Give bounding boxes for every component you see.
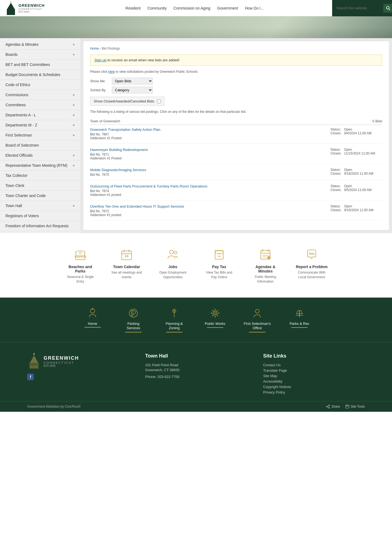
- sidebar-item-foia[interactable]: Freedom of Information Act Requests: [0, 221, 80, 231]
- bid-right: Status: Closes: Open 9/5/2024 11:00 AM: [330, 184, 382, 197]
- svg-rect-18: [215, 250, 223, 259]
- nav-government[interactable]: Government: [217, 6, 238, 10]
- bid-entry: Overflow Tier-One and Extended Hours IT …: [90, 204, 382, 220]
- bid-title-link[interactable]: Havemeyer Building Redevelopment: [90, 148, 330, 152]
- sidebar-item-first-selectman[interactable]: First Selectman +: [0, 130, 80, 140]
- bid-count: 5 Bids: [372, 119, 382, 123]
- signup-link[interactable]: Sign up: [94, 58, 106, 62]
- show-me-select[interactable]: Open Bids: [112, 78, 153, 84]
- site-tools-button[interactable]: Site Tools: [345, 405, 365, 408]
- footer-site-links-title: Site Links: [263, 353, 365, 359]
- svg-point-42: [215, 313, 216, 314]
- nav-commission[interactable]: Commission on Aging: [173, 6, 210, 10]
- expand-icon: +: [73, 42, 75, 47]
- sidebar-item-registrars[interactable]: Registrars of Voters: [0, 211, 80, 221]
- sidebar-item-rtm[interactable]: Representative Town Meeting (RTM) +: [0, 161, 80, 171]
- quick-link-sub: Open Employment Opportunities: [157, 270, 189, 280]
- footer-nav-parking[interactable]: Parking Services: [121, 307, 146, 333]
- sidebar-item-committees[interactable]: Committees +: [0, 100, 80, 110]
- bid-values: Open 9/4/2024 11:00 AM: [344, 128, 372, 140]
- footer-address-1: 101 Field Point Road: [145, 363, 247, 367]
- footer-link-sitemap[interactable]: Site Map: [263, 374, 365, 378]
- quick-link-sub: Seasonal & Single Entry: [64, 275, 97, 284]
- footer-nav-planning[interactable]: Planning & Zoning: [162, 307, 186, 333]
- footer-link-privacy[interactable]: Privacy Policy: [263, 390, 365, 394]
- quick-link-title: Pay Tax: [212, 265, 226, 269]
- bid-addendum: Addendum #1 posted: [90, 213, 330, 217]
- footer-link-contact[interactable]: Contact Us: [263, 363, 365, 367]
- sorted-by-select[interactable]: Category: [112, 87, 153, 93]
- svg-marker-1: [7, 3, 15, 10]
- svg-point-17: [174, 251, 177, 254]
- footer-logo-name: GREENWICH: [44, 355, 79, 361]
- sidebar-item-clerk[interactable]: Town Clerk: [0, 181, 80, 191]
- bid-entry: Greenwich Transportation Safety Action P…: [90, 128, 382, 144]
- show-closed-label: Show Closed/Awarded/Cancelled Bids:: [94, 99, 155, 103]
- nav-resident[interactable]: Resident: [125, 6, 140, 10]
- quick-link-pay-tax[interactable]: Pay Tax Pay Tax View Tax Bills and Pay O…: [203, 247, 235, 284]
- footer-link-accessibility[interactable]: Accessibility: [263, 379, 365, 383]
- footer-link-translate[interactable]: Translate Page: [263, 368, 365, 373]
- sidebar-item-budget[interactable]: Budget Documents & Schedules: [0, 70, 80, 80]
- bid-title-link[interactable]: Outsourcing of Fleet Parts Procurement &…: [90, 184, 330, 188]
- search-button[interactable]: [383, 4, 392, 13]
- sidebar-item-charter[interactable]: Town Charter and Code: [0, 191, 80, 201]
- bid-title-link[interactable]: Mobile Diagnostic/Imaging Services: [90, 168, 330, 172]
- svg-point-36: [92, 308, 93, 309]
- parks-icon: [293, 307, 306, 319]
- bid-title-link[interactable]: Greenwich Transportation Safety Action P…: [90, 128, 330, 132]
- quick-link-title: Agendas & Minutes: [249, 265, 282, 273]
- svg-line-66: [327, 407, 329, 408]
- svg-point-3: [10, 1, 11, 2]
- footer-nav-home[interactable]: Home: [80, 307, 105, 333]
- svg-point-40: [174, 310, 175, 311]
- svg-text:f: f: [30, 375, 31, 379]
- svg-text:24: 24: [125, 254, 128, 258]
- svg-point-64: [326, 406, 327, 407]
- sidebar-item-elected[interactable]: Elected Officials +: [0, 150, 80, 161]
- svg-point-63: [329, 407, 330, 408]
- jobs-icon: [165, 247, 181, 262]
- svg-marker-56: [30, 355, 38, 363]
- nav-community[interactable]: Community: [147, 6, 167, 10]
- bid-no: Bid No. 7867: [90, 132, 330, 136]
- sidebar-item-bet[interactable]: BET and BET Committees: [0, 60, 80, 70]
- quick-link-agendas[interactable]: Agendas & Minutes Public Meeting Informa…: [249, 247, 282, 284]
- share-button[interactable]: Share: [326, 405, 340, 408]
- sidebar-item-commissions[interactable]: Commissions +: [0, 90, 80, 100]
- expand-icon: +: [73, 204, 75, 208]
- footer-nav-selectman[interactable]: First Selectman's Office: [244, 307, 271, 333]
- quick-link-sub: Communicate With Local Government: [295, 270, 328, 280]
- footer-link-copyright[interactable]: Copyright Notices: [263, 385, 365, 389]
- show-me-label: Show Me: [90, 79, 112, 83]
- sidebar-item-depts-al[interactable]: Departments A - L +: [0, 110, 80, 120]
- sidebar-item-tax[interactable]: Tax Collector: [0, 171, 80, 181]
- footer-nav-label: Planning & Zoning: [162, 322, 186, 331]
- footer-nav-public-works[interactable]: Public Works: [203, 307, 227, 333]
- sidebar-item-depts-mz[interactable]: Departments M - Z +: [0, 120, 80, 130]
- sidebar-item-townhall[interactable]: Town Hall +: [0, 201, 80, 211]
- breadcrumb-home[interactable]: Home: [90, 47, 99, 50]
- facebook-link[interactable]: f: [27, 374, 129, 380]
- quick-link-report[interactable]: Report a Problem Communicate With Local …: [295, 247, 328, 284]
- expand-icon: +: [73, 123, 75, 127]
- quick-link-beaches[interactable]: Beaches and Parks Seasonal & Single Entr…: [64, 247, 97, 284]
- quick-link-calendar[interactable]: 24 Town Calendar See all meetings and ev…: [110, 247, 143, 284]
- show-closed-checkbox[interactable]: [157, 99, 161, 103]
- svg-line-48: [216, 314, 218, 316]
- bid-listing-note: The following is a listing of various bi…: [90, 110, 382, 114]
- svg-line-47: [212, 310, 214, 312]
- publicworks-icon: [208, 307, 222, 319]
- sidebar-item-boards[interactable]: Boards +: [0, 50, 80, 60]
- sidebar-item-agendas[interactable]: Agendas & Minutes +: [0, 40, 80, 50]
- quick-link-jobs[interactable]: Jobs Open Employment Opportunities: [157, 247, 189, 284]
- search-icon: [386, 6, 390, 10]
- gps-link[interactable]: here: [108, 70, 115, 74]
- footer-site-links: Site Links Contact Us Translate Page Sit…: [263, 353, 365, 396]
- sidebar-item-board-selectmen[interactable]: Board of Selectmen: [0, 140, 80, 150]
- footer-nav-parks[interactable]: Parks & Rec: [287, 307, 312, 333]
- bid-title-link[interactable]: Overflow Tier-One and Extended Hours IT …: [90, 204, 330, 208]
- nav-howdo[interactable]: How Do I...: [245, 6, 264, 10]
- sidebar-item-ethics[interactable]: Code of Ethics: [0, 80, 80, 90]
- search-input[interactable]: [336, 6, 382, 10]
